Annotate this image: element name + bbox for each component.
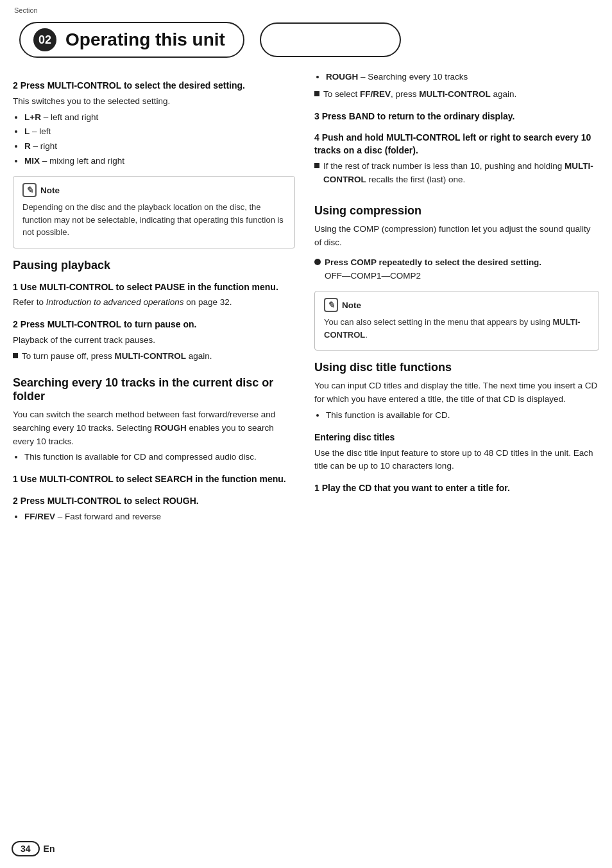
circle-bullet-icon — [314, 259, 321, 265]
page-title: Operating this unit — [65, 30, 225, 50]
comp-bullet-text: Press COMP repeatedly to select the desi… — [325, 256, 541, 283]
step4-heading: 4 Push and hold MULTI-CONTROL left or ri… — [314, 132, 599, 157]
disc-title-list: This function is available for CD. — [326, 409, 599, 422]
searching-step1-heading: 1 Use MULTI-CONTROL to select SEARCH in … — [13, 473, 295, 486]
pausing-title: Pausing playback — [13, 259, 295, 272]
disc-title-title: Using disc title functions — [314, 361, 599, 374]
square-bullet-icon — [13, 353, 18, 358]
searching-step2-list: FF/REV – Fast forward and reverse — [24, 510, 295, 524]
list-item: R – right — [24, 140, 295, 153]
language-label: En — [44, 844, 55, 854]
square-bullet-icon-3 — [314, 163, 319, 168]
section-label: Section — [14, 6, 38, 14]
pausing-step2-bullet: To turn pause off, press MULTI-CONTROL a… — [22, 350, 212, 363]
square-bullet-icon-2 — [314, 91, 319, 96]
entering-disc-titles-heading: Entering disc titles — [314, 431, 599, 444]
list-item: ROUGH – Searching every 10 tracks — [326, 71, 599, 84]
pausing-bullet-sq: To turn pause off, press MULTI-CONTROL a… — [13, 350, 295, 363]
play-cd-heading: 1 Play the CD that you want to enter a t… — [314, 482, 599, 495]
list-item: FF/REV – Fast forward and reverse — [24, 510, 295, 524]
note-text-2: You can also select setting in the menu … — [324, 316, 590, 341]
left-column: 2 Press MULTI-CONTROL to select the desi… — [13, 71, 308, 527]
note-text-1: Depending on the disc and the playback l… — [22, 201, 285, 239]
section-header-pill: 02 Operating this unit — [19, 22, 244, 58]
section-number: 02 — [33, 28, 56, 51]
header-oval-decoration — [260, 22, 401, 57]
pausing-step1-desc: Refer to Introduction to advanced operat… — [13, 296, 295, 309]
note-icon-1: ✎ — [22, 183, 37, 197]
right-column: ROUGH – Searching every 10 tracks To sel… — [308, 71, 599, 527]
using-compression-title: Using compression — [314, 204, 599, 218]
press-multi-desc: This switches you to the selected settin… — [13, 95, 295, 108]
pausing-step1-heading: 1 Use MULTI-CONTROL to select PAUSE in t… — [13, 281, 295, 294]
page-number: 34 — [12, 841, 40, 856]
step4-bullet: If the rest of track number is less than… — [314, 160, 599, 187]
note-label-1: Note — [40, 186, 60, 195]
note-icon-2: ✎ — [324, 298, 338, 312]
step4-desc: If the rest of track number is less than… — [323, 160, 599, 187]
searching-list: This function is available for CD and co… — [24, 451, 295, 464]
footer: 34 En — [12, 841, 55, 856]
note-header-1: ✎ Note — [22, 183, 285, 197]
comp-bullet: Press COMP repeatedly to select the desi… — [314, 256, 599, 283]
main-content: 2 Press MULTI-CONTROL to select the desi… — [0, 58, 612, 540]
step3-heading: 3 Press BAND to return to the ordinary d… — [314, 110, 599, 123]
list-item: L+R – left and right — [24, 111, 295, 125]
pausing-step2-desc: Playback of the current track pauses. — [13, 334, 295, 347]
note-box-2: ✎ Note You can also select setting in th… — [314, 291, 599, 351]
searching-title: Searching every 10 tracks in the current… — [13, 376, 295, 403]
list-item: This function is available for CD and co… — [24, 451, 295, 464]
pausing-page-ref: on page 32. — [183, 297, 232, 307]
press-multi-heading: 2 Press MULTI-CONTROL to select the desi… — [13, 80, 295, 92]
ffrev-text: To select FF/REV, press MULTI-CONTROL ag… — [323, 88, 516, 101]
settings-list: L+R – left and right L – left R – right … — [24, 111, 295, 169]
list-item: L – left — [24, 125, 295, 139]
list-item: MIX – mixing left and right — [24, 155, 295, 168]
note-label-2: Note — [342, 300, 361, 310]
disc-title-desc: You can input CD titles and display the … — [314, 379, 599, 406]
searching-step2-heading: 2 Press MULTI-CONTROL to select ROUGH. — [13, 495, 295, 508]
searching-desc1: You can switch the search method between… — [13, 408, 295, 449]
note-header-2: ✎ Note — [324, 298, 590, 312]
pausing-italic: Introduction to advanced operations — [46, 297, 184, 307]
using-compression-desc: Using the COMP (compression) function le… — [314, 223, 599, 250]
pausing-step2-heading: 2 Press MULTI-CONTROL to turn pause on. — [13, 318, 295, 331]
entering-disc-titles-desc: Use the disc title input feature to stor… — [314, 447, 599, 474]
note-box-1: ✎ Note Depending on the disc and the pla… — [13, 176, 295, 248]
comp-setting: OFF—COMP1—COMP2 — [325, 271, 421, 281]
ffrev-bullet: To select FF/REV, press MULTI-CONTROL ag… — [314, 88, 599, 101]
rough-list: ROUGH – Searching every 10 tracks — [326, 71, 599, 84]
list-item: This function is available for CD. — [326, 409, 599, 422]
